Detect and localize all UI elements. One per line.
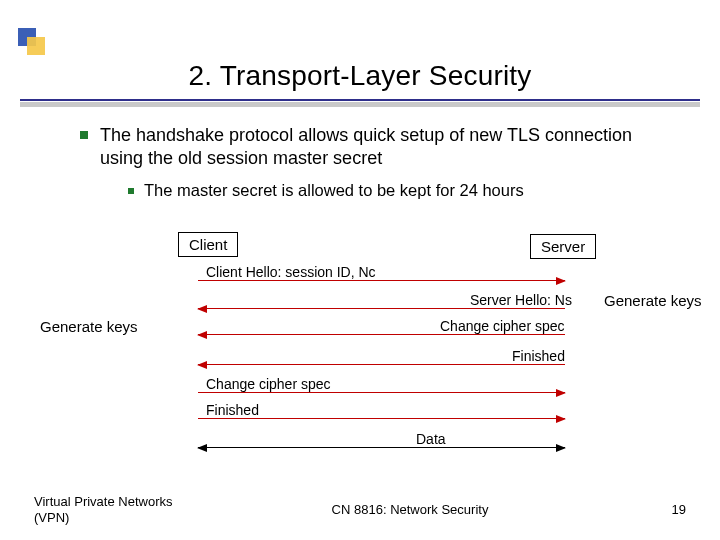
label-server-hello: Server Hello: Ns xyxy=(470,292,572,308)
server-box: Server xyxy=(530,234,596,259)
label-finished-1: Finished xyxy=(512,348,565,364)
label-data: Data xyxy=(416,431,446,447)
bullet-icon xyxy=(80,131,88,139)
bullet-level2: The master secret is allowed to be kept … xyxy=(128,181,700,200)
label-client-hello: Client Hello: session ID, Nc xyxy=(206,264,376,280)
title-underline xyxy=(20,99,700,101)
label-change-cipher-1: Change cipher spec xyxy=(440,318,565,334)
bullet-level1: The handshake protocol allows quick setu… xyxy=(80,124,700,171)
client-box: Client xyxy=(178,232,238,257)
arrow-client-hello xyxy=(198,280,565,281)
arrow-finished-1 xyxy=(198,364,565,365)
title-underline-shadow xyxy=(20,102,700,107)
slide-logo xyxy=(18,28,46,56)
label-finished-2: Finished xyxy=(206,402,259,418)
arrow-change-cipher-2 xyxy=(198,392,565,393)
bullet-icon xyxy=(128,188,134,194)
footer-left: Virtual Private Networks (VPN) xyxy=(34,494,174,527)
sequence-diagram: Client Server Generate keys Generate key… xyxy=(0,232,720,482)
slide-footer: Virtual Private Networks (VPN) CN 8816: … xyxy=(0,494,720,527)
generate-keys-right: Generate keys xyxy=(604,292,702,309)
generate-keys-left: Generate keys xyxy=(40,318,138,335)
bullet-level1-text: The handshake protocol allows quick setu… xyxy=(100,124,660,171)
label-change-cipher-2: Change cipher spec xyxy=(206,376,331,392)
logo-square-yellow xyxy=(27,37,45,55)
arrow-server-hello xyxy=(198,308,565,309)
arrow-data-left xyxy=(198,447,565,448)
content-area: The handshake protocol allows quick setu… xyxy=(80,124,700,200)
arrow-finished-2 xyxy=(198,418,565,419)
footer-center: CN 8816: Network Security xyxy=(174,502,646,517)
arrow-change-cipher-1 xyxy=(198,334,565,335)
bullet-level2-text: The master secret is allowed to be kept … xyxy=(144,181,524,200)
page-number: 19 xyxy=(646,502,686,517)
slide-title: 2. Transport-Layer Security xyxy=(0,60,720,92)
